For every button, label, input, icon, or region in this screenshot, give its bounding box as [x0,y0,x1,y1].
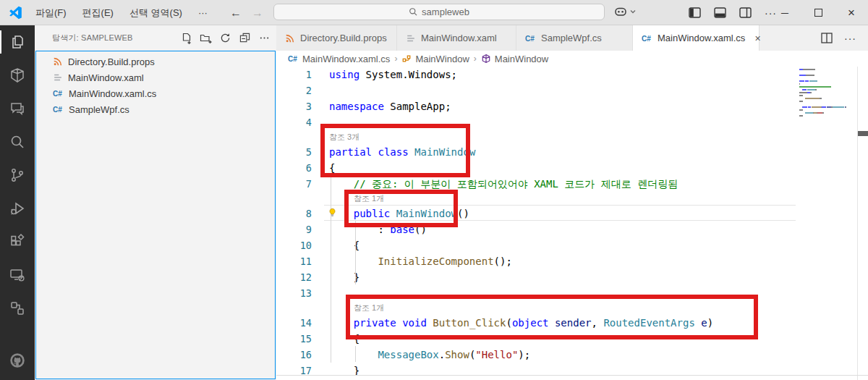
activity-search-button[interactable] [0,125,35,159]
line-number: 1 [276,67,312,83]
chat-icon [9,100,26,117]
copilot-menu[interactable] [613,4,637,19]
nav-back-button[interactable]: ← [230,7,242,20]
collapse-all-button[interactable] [239,32,251,44]
file-name: Directory.Build.props [68,56,155,67]
tab-samplewpf-cs[interactable]: C#SampleWpf.cs [516,25,633,51]
code-line: 16 MessageBox.Show("Hello"); [276,347,868,363]
command-center-search[interactable]: sampleweb [273,4,605,20]
line-content: : base() [329,221,427,237]
line-number: 8 [276,206,312,221]
breadcrumb-item[interactable]: MainWindow [401,54,469,64]
rss-file-icon [53,56,63,67]
minimize-button[interactable]: ─ [768,0,801,25]
copilot-icon [613,4,628,19]
svg-text:C#: C# [288,55,297,63]
cs-file-icon: C# [525,33,536,43]
line-content: public MainWindow() [329,206,469,221]
activity-bar [0,25,35,380]
activity-package-button[interactable] [0,59,35,92]
codelens-references[interactable]: 참조 3개 [276,130,868,144]
package-icon [9,67,26,84]
menubar: 파일(F)편집(E)선택 영역(S)··· [27,0,216,25]
line-number: 6 [276,160,312,176]
file-item[interactable]: MainWindow.xaml [36,69,275,85]
dependencies-icon [9,300,26,317]
close-button[interactable]: × [835,0,868,25]
toggle-sidebar-left-icon[interactable] [689,7,701,18]
code-line: 6{ [276,160,868,176]
cs-icon: C# [288,54,299,64]
vscode-window: 파일(F)편집(E)선택 영역(S)··· ← → sampleweb [0,0,868,380]
line-number: 13 [276,285,312,301]
github-icon [8,351,27,370]
line-number: 10 [276,237,312,253]
vscode-logo-icon [9,6,22,20]
explorer-icon [9,33,26,51]
activity-chat-button[interactable] [0,92,35,125]
refresh-button[interactable] [219,32,231,44]
breadcrumb-item[interactable]: MainWindow [481,54,548,64]
activity-run-debug-button[interactable] [0,192,35,225]
activity-dependencies-button[interactable] [0,292,35,325]
breadcrumb-item[interactable]: C#MainWindow.xaml.cs [288,54,390,64]
line-content: // 중요: 이 부분이 포함되어있어야 XAML 코드가 제대로 렌더링됨 [329,176,678,192]
line-number: 12 [276,269,312,285]
code-line: 14 private void Button_Click(object send… [276,315,868,331]
source-control-icon [9,166,26,184]
file-name: MainWindow.xaml.cs [69,88,156,99]
new-file-button[interactable] [180,32,192,44]
line-number: 9 [276,221,312,237]
extensions-icon [9,233,26,250]
svg-text:C#: C# [525,34,535,42]
code-line: 10 { [276,237,868,253]
new-folder-button[interactable] [200,32,212,44]
tab-mainwindow-xaml-cs[interactable]: C#MainWindow.xaml.cs× [633,25,760,51]
svg-text:C#: C# [53,90,62,98]
xml-file-icon [53,72,63,83]
remote-explorer-icon [9,266,26,284]
line-content: } [329,363,359,379]
toggle-sidebar-right-icon[interactable] [739,7,752,18]
file-item[interactable]: C#MainWindow.xaml.cs [36,85,275,101]
code-line: 17 } [276,363,868,379]
activity-remote-explorer-button[interactable] [0,258,35,292]
activity-extensions-button[interactable] [0,225,35,258]
line-number: 11 [276,253,312,269]
breadcrumb-label: MainWindow [415,54,469,64]
activity-github-button[interactable] [0,344,35,377]
line-content: namespace SampleApp; [329,98,451,114]
maximize-button[interactable] [801,0,835,25]
file-item[interactable]: C#SampleWpf.cs [36,101,275,117]
activity-explorer-button[interactable] [0,25,35,59]
menu-[interactable]: ··· [190,5,216,21]
breadcrumb[interactable]: C#MainWindow.xaml.cs›MainWindow›MainWind… [276,51,868,67]
code-editor[interactable]: 1using System.Windows;23namespace Sample… [276,67,868,380]
tab-close-icon[interactable]: × [754,33,760,43]
more-button[interactable] [258,32,271,44]
line-number: 15 [276,331,312,347]
activity-source-control-button[interactable] [0,159,35,192]
code-line: 12 } [276,269,868,285]
tab-directory-build-props[interactable]: Directory.Build.props [276,25,397,51]
tab-label: MainWindow.xaml [421,33,497,43]
menu-파일f[interactable]: 파일(F) [27,5,75,21]
toggle-panel-icon[interactable] [714,7,726,18]
run-debug-icon [9,200,26,217]
code-line: 11 InitializeComponent(); [276,253,868,269]
line-content: MessageBox.Show("Hello"); [329,347,530,363]
codelens-references[interactable]: 참조 1개 [276,301,868,315]
split-editor-icon[interactable] [821,33,833,43]
code-line: 13 [276,285,868,301]
file-name: SampleWpf.cs [69,104,129,115]
menu-편집e[interactable]: 편집(E) [75,5,122,21]
rss-file-icon [285,33,295,43]
line-content: private void Button_Click(object sender,… [329,315,713,331]
breadcrumb-label: MainWindow.xaml.cs [302,54,390,64]
line-content: partial class MainWindow [329,144,475,160]
codelens-references[interactable]: 참조 1개 [276,192,868,206]
editor-more-button[interactable]: ··· [844,33,856,44]
tab-mainwindow-xaml[interactable]: MainWindow.xaml [397,25,516,51]
menu-선택영역s[interactable]: 선택 영역(S) [122,5,190,21]
file-item[interactable]: Directory.Build.props [36,54,275,69]
